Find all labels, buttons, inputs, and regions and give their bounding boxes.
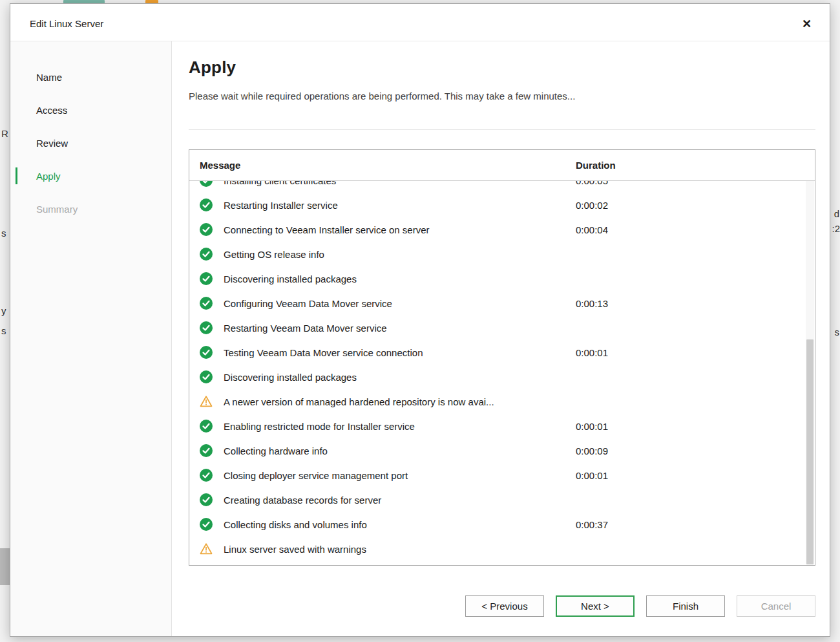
page-title: Apply: [189, 58, 236, 78]
row-message: Collecting hardware info: [224, 445, 576, 456]
row-message: Collecting disks and volumes info: [224, 519, 576, 530]
separator: [189, 129, 815, 130]
finish-button[interactable]: Finish: [646, 595, 725, 617]
row-message: Creating database records for server: [224, 495, 576, 506]
step-label: Summary: [36, 204, 78, 215]
row-message: Installing client certificates: [224, 181, 576, 186]
check-icon: [200, 370, 224, 383]
check-icon: [200, 198, 224, 211]
row-message: Linux server saved with warnings: [224, 544, 576, 555]
column-message: Message: [200, 160, 576, 171]
row-message: Discovering installed packages: [224, 273, 576, 284]
table-row: Collecting hardware info 0:00:09: [189, 438, 805, 463]
table-row: Connecting to Veeam Installer service on…: [189, 217, 805, 242]
dialog-titlebar: Edit Linux Server ✕: [10, 4, 830, 41]
row-duration: 0:00:02: [576, 200, 805, 211]
row-message: Configuring Veeam Data Mover service: [224, 298, 576, 309]
background-panel-fragment: [0, 548, 10, 585]
wizard-steps: Name Access Review Apply Summary: [10, 41, 172, 636]
table-row: Discovering installed packages: [189, 266, 805, 291]
background-text-fragment: :2: [832, 223, 840, 234]
row-duration: 0:00:01: [576, 470, 805, 481]
table-row: Creating database records for server: [189, 487, 805, 512]
table-row: A newer version of managed hardened repo…: [189, 389, 805, 414]
step-apply[interactable]: Apply: [10, 160, 171, 193]
table-header: Message Duration: [189, 150, 815, 181]
step-label: Apply: [36, 171, 61, 182]
row-message: Getting OS release info: [224, 249, 576, 260]
step-name[interactable]: Name: [10, 61, 171, 94]
background-text-fragment: R: [1, 128, 8, 139]
check-icon: [200, 223, 224, 236]
row-message: Connecting to Veeam Installer service on…: [224, 224, 576, 235]
window-title: Edit Linux Server: [30, 18, 103, 29]
previous-button[interactable]: < Previous: [465, 595, 544, 617]
table-body[interactable]: Installing client certificates 0:00:05 R…: [189, 181, 805, 565]
background-text-fragment: s: [1, 228, 6, 239]
background-text-fragment: y: [1, 305, 6, 316]
row-duration: 0:00:04: [576, 224, 805, 235]
check-icon: [200, 181, 224, 187]
check-icon: [200, 346, 224, 359]
check-icon: [200, 272, 224, 285]
cancel-button: Cancel: [737, 595, 815, 617]
table-row: Testing Veeam Data Mover service connect…: [189, 340, 805, 365]
dialog-footer: < Previous Next > Finish Cancel: [465, 595, 815, 617]
edit-linux-server-dialog: Edit Linux Server ✕ Name Access Review A…: [10, 3, 830, 637]
step-review[interactable]: Review: [10, 127, 171, 160]
row-message: Discovering installed packages: [224, 372, 576, 383]
table-row: Installing client certificates 0:00:05: [189, 181, 805, 193]
row-duration: 0:00:01: [576, 421, 805, 432]
row-message: Restarting Veeam Data Mover service: [224, 323, 576, 334]
table-row: Collecting disks and volumes info 0:00:3…: [189, 512, 805, 537]
step-label: Access: [36, 105, 67, 116]
check-icon: [200, 493, 224, 506]
step-summary: Summary: [10, 193, 171, 226]
check-icon: [200, 444, 224, 457]
background-text-fragment: d: [834, 208, 839, 219]
row-message: Enabling restricted mode for Installer s…: [224, 421, 576, 432]
check-icon: [200, 469, 224, 482]
check-icon: [200, 518, 224, 531]
step-label: Review: [36, 138, 68, 149]
table-row: Enabling restricted mode for Installer s…: [189, 414, 805, 438]
row-duration: 0:00:13: [576, 298, 805, 309]
row-message: Closing deployer service management port: [224, 470, 576, 481]
apply-page: Apply Please wait while required operati…: [172, 41, 830, 636]
check-icon: [200, 248, 224, 261]
next-button[interactable]: Next >: [556, 595, 635, 617]
progress-table: Message Duration Installing client certi…: [189, 149, 815, 566]
step-label: Name: [36, 72, 62, 83]
warning-icon: [200, 395, 224, 408]
page-subtitle: Please wait while required operations ar…: [189, 91, 575, 102]
table-row: Closing deployer service management port…: [189, 463, 805, 487]
row-duration: 0:00:01: [576, 347, 805, 358]
column-duration: Duration: [576, 160, 815, 171]
scrollbar-thumb[interactable]: [806, 339, 814, 564]
close-icon[interactable]: ✕: [799, 16, 814, 32]
table-row: Restarting Installer service 0:00:02: [189, 193, 805, 217]
row-message: Restarting Installer service: [224, 200, 576, 211]
table-row: Linux server saved with warnings: [189, 537, 805, 561]
warning-icon: [200, 542, 224, 555]
row-duration: 0:00:37: [576, 519, 805, 530]
step-access[interactable]: Access: [10, 94, 171, 127]
row-message: Testing Veeam Data Mover service connect…: [224, 347, 576, 358]
table-row: Discovering installed packages: [189, 365, 805, 389]
check-icon: [200, 297, 224, 310]
background-text-fragment: s: [1, 325, 6, 336]
background-text-fragment: s: [835, 326, 840, 337]
table-row: Getting OS release info: [189, 242, 805, 266]
vertical-scrollbar[interactable]: [806, 181, 814, 564]
row-duration: 0:00:05: [576, 181, 805, 186]
row-message: A newer version of managed hardened repo…: [224, 396, 576, 407]
check-icon: [200, 420, 224, 433]
table-row: Configuring Veeam Data Mover service 0:0…: [189, 291, 805, 316]
active-step-bar: [16, 167, 17, 184]
row-duration: 0:00:09: [576, 445, 805, 456]
check-icon: [200, 321, 224, 334]
table-row: Restarting Veeam Data Mover service: [189, 316, 805, 340]
